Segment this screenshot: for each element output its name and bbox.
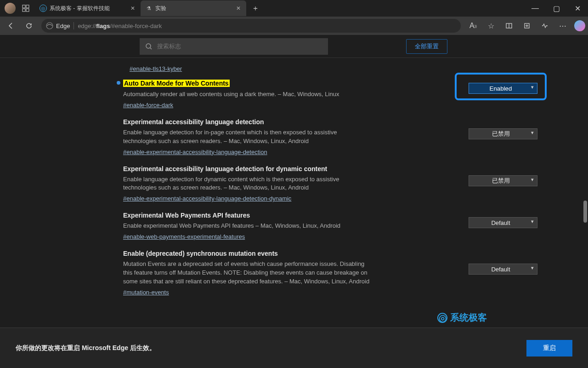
restart-footer: 你所做的更改将在重启 Microsoft Edge 后生效。 重启: [0, 328, 588, 368]
svg-point-10: [146, 44, 151, 48]
flag-description: Enable language detection for dynamic co…: [123, 175, 371, 193]
search-box[interactable]: [140, 38, 328, 55]
back-button[interactable]: [3, 18, 19, 33]
more-button[interactable]: ⋯: [554, 18, 571, 33]
favicon-icon: ◎: [40, 5, 47, 12]
search-input[interactable]: [157, 43, 322, 50]
tab-title: 实验: [155, 5, 166, 12]
new-tab-button[interactable]: ＋: [249, 2, 262, 15]
flag-select[interactable]: Default: [469, 217, 537, 228]
flag-description: Mutation Events are a deprecated set of …: [123, 260, 371, 286]
highlight-box: [455, 73, 547, 100]
flag-description: Automatically render all web contents us…: [123, 90, 371, 99]
flag-title: Auto Dark Mode for Web Contents: [123, 80, 230, 87]
read-aloud-button[interactable]: A)): [465, 18, 481, 33]
flag-hash-link[interactable]: #enable-experimental-accessibility-langu…: [123, 149, 267, 155]
close-tab-button[interactable]: ✕: [234, 5, 243, 12]
watermark-icon: ◎: [437, 313, 447, 323]
close-window-button[interactable]: ✕: [567, 0, 588, 17]
reset-all-button[interactable]: 全部重置: [406, 39, 447, 54]
watermark: ◎ 系统极客: [437, 311, 487, 324]
page-content: 全部重置 #enable-tls13-kyber Auto Dark Mode …: [0, 35, 588, 368]
copilot-button[interactable]: [574, 20, 585, 31]
flag-select[interactable]: Default: [469, 264, 537, 275]
modified-indicator: [117, 81, 120, 85]
flag-select[interactable]: 已禁用: [469, 175, 537, 186]
flag-hash-link[interactable]: #enable-force-dark: [123, 102, 173, 109]
scrollbar-thumb[interactable]: [583, 201, 587, 223]
edge-brand: Edge: [46, 22, 70, 29]
svg-rect-2: [23, 9, 25, 12]
flag-description: Enable experimental Web Payments API fea…: [123, 222, 371, 230]
flag-description: Enable language detection for in-page co…: [123, 128, 371, 146]
svg-rect-3: [26, 9, 29, 12]
svg-point-4: [46, 23, 53, 29]
flag-item: Experimental Web Payments API features E…: [123, 205, 455, 243]
split-screen-button[interactable]: [501, 18, 517, 33]
performance-button[interactable]: [537, 18, 553, 33]
svg-rect-1: [26, 5, 29, 8]
profile-avatar[interactable]: [5, 3, 16, 14]
titlebar: ◎ 系统极客 - 掌握软件技能 ✕ ⚗ 实验 ✕ ＋ ― ▢ ✕: [0, 0, 588, 17]
flag-item: Experimental accessibility language dete…: [123, 159, 455, 206]
restart-button[interactable]: 重启: [526, 340, 572, 356]
flag-item: Experimental accessibility language dete…: [123, 112, 455, 159]
collections-button[interactable]: [519, 18, 535, 33]
address-bar[interactable]: Edge edge://flags/#enable-force-dark: [41, 19, 461, 33]
flask-icon: ⚗: [145, 5, 153, 12]
flag-hash-link[interactable]: #enable-experimental-accessibility-langu…: [123, 195, 291, 202]
flag-hash-link[interactable]: #enable-tls13-kyber: [130, 65, 182, 72]
tab-title: 系统极客 - 掌握软件技能: [50, 5, 110, 12]
flag-item: Enable (deprecated) synchronous mutation…: [123, 243, 455, 299]
search-icon: [145, 43, 153, 50]
flag-hash-link[interactable]: #mutation-events: [123, 289, 169, 296]
tab-active[interactable]: ⚗ 实验 ✕: [141, 0, 246, 16]
minimize-button[interactable]: ―: [525, 0, 546, 17]
flags-list: #enable-tls13-kyber Auto Dark Mode for W…: [0, 58, 588, 368]
footer-message: 你所做的更改将在重启 Microsoft Edge 后生效。: [16, 344, 156, 352]
flag-title: Experimental accessibility language dete…: [123, 165, 371, 172]
flag-title: Experimental Web Payments API features: [123, 212, 371, 219]
maximize-button[interactable]: ▢: [546, 0, 567, 17]
url-text: edge://flags/#enable-force-dark: [78, 23, 162, 29]
svg-rect-0: [23, 5, 25, 8]
svg-line-11: [150, 48, 152, 49]
flag-title: Experimental accessibility language dete…: [123, 118, 371, 126]
close-tab-button[interactable]: ✕: [129, 5, 137, 12]
refresh-button[interactable]: [21, 18, 37, 33]
workspaces-icon[interactable]: [19, 2, 32, 15]
window-controls: ― ▢ ✕: [525, 0, 588, 17]
tab-inactive[interactable]: ◎ 系统极客 - 掌握软件技能 ✕: [35, 0, 141, 16]
favorite-button[interactable]: ☆: [483, 18, 499, 33]
flag-select[interactable]: 已禁用: [469, 128, 537, 139]
toolbar: Edge edge://flags/#enable-force-dark A))…: [0, 17, 588, 35]
flag-hash-link[interactable]: #enable-web-payments-experimental-featur…: [123, 233, 245, 240]
flag-title: Enable (deprecated) synchronous mutation…: [123, 250, 371, 257]
flag-item: Auto Dark Mode for Web Contents Automati…: [123, 73, 455, 112]
flags-header: 全部重置: [0, 35, 588, 58]
